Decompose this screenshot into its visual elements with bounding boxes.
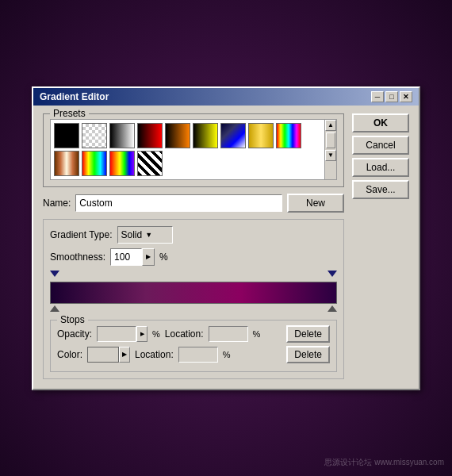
gradient-type-row: Gradient Type: Solid ▼	[50, 226, 337, 244]
gradient-editor-dialog: Gradient Editor ─ □ ✕ Presets	[32, 86, 420, 390]
preset-swatch-7[interactable]	[220, 123, 246, 148]
opacity-location-input[interactable]	[209, 326, 248, 342]
gradient-type-label: Gradient Type:	[50, 229, 113, 240]
title-bar: Gradient Editor ─ □ ✕	[33, 88, 419, 106]
smoothness-input-group: ▶	[110, 248, 155, 266]
scroll-thumb[interactable]	[326, 132, 335, 148]
delete-opacity-button[interactable]: Delete	[286, 325, 330, 343]
new-button[interactable]: New	[287, 194, 344, 213]
opacity-label: Opacity:	[57, 328, 92, 340]
opacity-stop-row: Opacity: ▶ % Location: % Delete	[57, 325, 330, 343]
color-stop-arrow-right[interactable]	[328, 305, 337, 312]
preset-swatch-12[interactable]	[109, 151, 135, 176]
gradient-type-select[interactable]: Solid ▼	[117, 226, 173, 244]
preset-swatch-1[interactable]	[54, 123, 79, 148]
delete-color-button[interactable]: Delete	[286, 346, 330, 363]
dialog-body: Presets	[33, 106, 419, 389]
select-arrow-icon: ▼	[145, 231, 152, 239]
preset-swatch-2[interactable]	[82, 123, 107, 148]
gradient-bar-container	[50, 271, 337, 315]
color-swatch[interactable]	[87, 347, 119, 363]
opacity-stop-left[interactable]	[50, 271, 59, 280]
preset-swatch-4[interactable]	[137, 123, 163, 148]
preset-swatch-11[interactable]	[82, 151, 107, 176]
opacity-stop-right[interactable]	[328, 271, 337, 280]
preset-swatch-9[interactable]	[276, 123, 301, 148]
color-stop-arrow-left[interactable]	[50, 305, 59, 312]
color-swatch-group: ▶	[87, 346, 130, 363]
opacity-stop-indicators	[50, 271, 337, 282]
color-stop-indicators	[50, 304, 337, 315]
color-arrow-button[interactable]: ▶	[119, 347, 130, 363]
maximize-button[interactable]: □	[385, 91, 398, 102]
opacity-spinner[interactable]: ▶	[136, 326, 147, 342]
opacity-stop-arrow-left[interactable]	[50, 271, 59, 277]
scroll-down-arrow[interactable]: ▼	[325, 150, 336, 161]
cancel-button[interactable]: Cancel	[352, 136, 409, 155]
scroll-up-arrow[interactable]: ▲	[325, 120, 336, 131]
load-button[interactable]: Load...	[352, 158, 409, 177]
left-panel: Presets	[43, 113, 344, 379]
color-stop-row: Color: ▶ Location: % Delete	[57, 346, 330, 363]
color-label: Color:	[57, 349, 82, 360]
close-button[interactable]: ✕	[400, 91, 412, 102]
opacity-stop-arrow-right[interactable]	[328, 271, 337, 277]
color-location-input[interactable]	[178, 347, 218, 363]
presets-group: Presets	[43, 113, 344, 187]
presets-scrollbar[interactable]: ▲ ▼	[324, 119, 337, 180]
color-location-label: Location:	[135, 349, 174, 360]
color-location-unit: %	[223, 350, 231, 359]
preset-swatch-3[interactable]	[109, 123, 135, 148]
name-input[interactable]	[75, 194, 282, 212]
gradient-preview-bar[interactable]	[50, 282, 337, 304]
preset-swatch-6[interactable]	[193, 123, 218, 148]
smoothness-row: Smoothness: ▶ %	[50, 248, 337, 266]
dialog-title: Gradient Editor	[40, 91, 109, 102]
preset-swatch-10[interactable]	[54, 151, 79, 176]
opacity-unit: %	[152, 329, 160, 339]
minimize-button[interactable]: ─	[371, 91, 384, 102]
presets-grid	[54, 123, 321, 176]
stops-group: Stops Opacity: ▶ % Location: % Delete	[50, 320, 337, 372]
opacity-value-input[interactable]	[97, 326, 136, 342]
title-bar-controls: ─ □ ✕	[371, 91, 412, 102]
stops-label: Stops	[57, 314, 88, 325]
gradient-settings: Gradient Type: Solid ▼ Smoothness: ▶ %	[43, 219, 344, 379]
preset-swatch-5[interactable]	[165, 123, 190, 148]
watermark: 思源设计论坛 www.missyuan.com	[324, 457, 444, 468]
preset-swatch-13[interactable]	[137, 151, 163, 176]
opacity-location-unit: %	[253, 329, 261, 339]
presets-scroll-area	[50, 119, 324, 180]
save-button[interactable]: Save...	[352, 180, 409, 199]
smoothness-spinner[interactable]: ▶	[142, 248, 155, 266]
opacity-input-group: ▶	[97, 325, 147, 343]
name-row: Name: New	[43, 194, 344, 213]
presets-container: ▲ ▼	[50, 119, 337, 180]
preset-swatch-8[interactable]	[248, 123, 274, 148]
opacity-location-label: Location:	[165, 328, 204, 340]
ok-button[interactable]: OK	[352, 113, 409, 132]
smoothness-unit: %	[159, 251, 168, 263]
right-panel: OK Cancel Load... Save...	[352, 113, 409, 379]
color-stop-right[interactable]	[328, 305, 337, 315]
smoothness-input[interactable]	[110, 248, 142, 266]
presets-label: Presets	[50, 108, 89, 119]
smoothness-label: Smoothness:	[50, 251, 105, 263]
name-label: Name:	[43, 198, 71, 209]
